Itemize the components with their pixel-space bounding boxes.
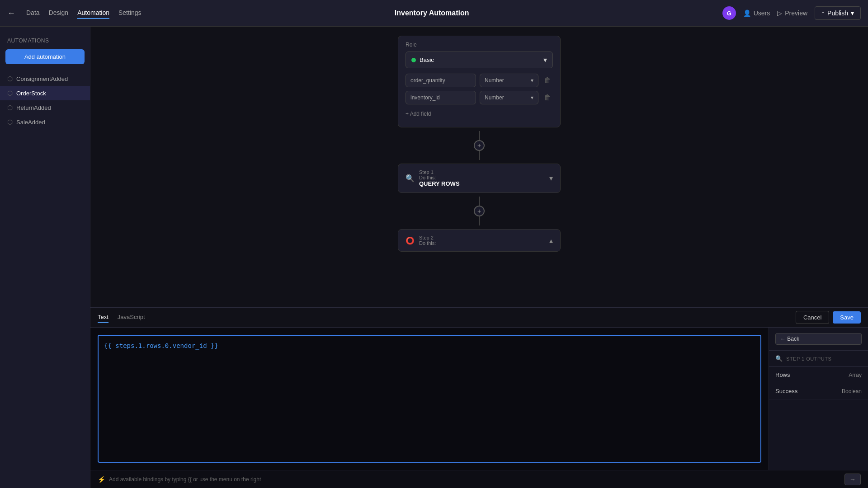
- users-button[interactable]: 👤 Users: [743, 9, 770, 17]
- sidebar-item-returnadded[interactable]: ⬡ ReturnAdded: [0, 100, 90, 115]
- chevron-icon: ▾: [531, 77, 533, 84]
- preview-button[interactable]: ▷ Preview: [777, 9, 807, 17]
- delete-field-0[interactable]: 🗑: [542, 75, 553, 86]
- step1-header[interactable]: 🔍 Step 1 Do this: QUERY ROWS ▾: [398, 164, 560, 192]
- save-button[interactable]: Save: [833, 311, 861, 324]
- bottom-actions: Cancel Save: [796, 311, 861, 324]
- role-dot: [411, 58, 416, 62]
- step1-left: 🔍 Step 1 Do this: QUERY ROWS: [406, 169, 460, 187]
- output-success-name: Success: [775, 388, 797, 394]
- step1-do-this: Do this:: [419, 175, 460, 180]
- bottom-panel: Text JavaScript Cancel Save {{ steps.1.r…: [90, 307, 868, 488]
- add-step-button-2[interactable]: +: [474, 206, 485, 216]
- nav-data[interactable]: Data: [26, 7, 40, 19]
- preview-icon: ▷: [777, 9, 782, 17]
- share-icon-4: ⬡: [7, 118, 13, 126]
- canvas-area: Role Basic ▾ order_quantity Number ▾: [90, 27, 868, 307]
- sidebar-item-consignmentadded[interactable]: ⬡ ConsignmentAdded: [0, 71, 90, 86]
- sidebar: Automations Add automation ⬡ Consignment…: [0, 27, 90, 488]
- connector-line-2b: [479, 216, 480, 225]
- field-type-select-1[interactable]: Number ▾: [480, 91, 538, 104]
- trigger-card: Role Basic ▾ order_quantity Number ▾: [398, 36, 561, 127]
- outputs-header: ← Back: [769, 328, 868, 351]
- content-area: Role Basic ▾ order_quantity Number ▾: [90, 27, 868, 488]
- back-button-outputs[interactable]: ← Back: [775, 333, 862, 345]
- field-name-input-1[interactable]: inventory_id: [406, 91, 476, 104]
- nav-automation[interactable]: Automation: [77, 7, 109, 19]
- bottom-status: ⚡ Add available bindings by typing {{ or…: [90, 470, 868, 488]
- editor-border: {{ steps.1.rows.0.vendor_id }}: [98, 335, 761, 463]
- output-row-rows[interactable]: Rows Array: [769, 367, 868, 383]
- connector-line-2: [479, 197, 480, 206]
- field-type-select-0[interactable]: Number ▾: [480, 74, 538, 87]
- top-nav: ← Data Design Automation Settings Invent…: [0, 0, 868, 27]
- share-icon-2: ⬡: [7, 89, 13, 97]
- role-select-left: Basic: [411, 56, 434, 63]
- delete-field-1[interactable]: 🗑: [542, 92, 553, 103]
- field-row-0: order_quantity Number ▾ 🗑: [406, 74, 553, 87]
- tab-text[interactable]: Text: [98, 312, 108, 323]
- connector-line-1b: [479, 151, 480, 160]
- output-rows-name: Rows: [775, 371, 790, 378]
- add-automation-button[interactable]: Add automation: [5, 49, 85, 64]
- role-text: Basic: [420, 56, 434, 63]
- step2-header[interactable]: ⭕ Step 2 Do this: ▴: [398, 230, 560, 251]
- step2-left: ⭕ Step 2 Do this:: [406, 235, 436, 246]
- step1-meta: Step 1 Do this: QUERY ROWS: [419, 169, 460, 187]
- step2-icon: ⭕: [406, 236, 415, 245]
- chevron-down-icon-role: ▾: [543, 56, 547, 64]
- publish-icon: ↑: [821, 9, 825, 17]
- step2-chevron[interactable]: ▴: [549, 236, 553, 245]
- search-icon: 🔍: [406, 174, 415, 183]
- step1-label: Step 1: [419, 169, 460, 175]
- step1-card: 🔍 Step 1 Do this: QUERY ROWS ▾: [398, 164, 561, 193]
- forward-button[interactable]: →: [844, 474, 861, 485]
- nav-settings[interactable]: Settings: [118, 7, 142, 19]
- add-step-button-1[interactable]: +: [474, 140, 485, 151]
- role-label: Role: [406, 42, 553, 48]
- sidebar-item-saleadded[interactable]: ⬡ SaleAdded: [0, 115, 90, 129]
- output-row-success[interactable]: Success Boolean: [769, 383, 868, 399]
- field-row-1: inventory_id Number ▾ 🗑: [406, 91, 553, 104]
- code-content: {{ steps.1.rows.0.vendor_id }}: [104, 341, 755, 351]
- step1-action: QUERY ROWS: [419, 180, 460, 187]
- users-icon: 👤: [743, 9, 751, 17]
- avatar: G: [722, 6, 736, 20]
- field-name-input-0[interactable]: order_quantity: [406, 74, 476, 87]
- step1-chevron[interactable]: ▾: [549, 174, 553, 183]
- connector-1: +: [474, 127, 485, 164]
- step2-do-this: Do this:: [419, 240, 436, 246]
- editor-area[interactable]: {{ steps.1.rows.0.vendor_id }}: [90, 328, 769, 470]
- back-button[interactable]: ←: [7, 9, 15, 18]
- share-icon: ⬡: [7, 75, 13, 82]
- cancel-button[interactable]: Cancel: [796, 311, 829, 324]
- outputs-search: 🔍 STEP 1 OUTPUTS: [769, 351, 868, 367]
- connector-2: +: [474, 193, 485, 229]
- sidebar-section-title: Automations: [0, 34, 90, 49]
- status-text: Add available bindings by typing {{ or u…: [109, 476, 261, 483]
- nav-right: G 👤 Users ▷ Preview ↑ Publish ▾: [722, 6, 861, 20]
- publish-button[interactable]: ↑ Publish ▾: [815, 6, 861, 20]
- nav-design[interactable]: Design: [49, 7, 69, 19]
- lightning-icon: ⚡: [98, 476, 105, 483]
- output-rows-type: Array: [849, 372, 862, 378]
- sidebar-item-orderstock[interactable]: ⬡ OrderStock: [0, 86, 90, 100]
- search-icon-outputs: 🔍: [775, 355, 783, 362]
- step2-meta: Step 2 Do this:: [419, 235, 436, 246]
- role-section: Role Basic ▾ order_quantity Number ▾: [398, 36, 560, 127]
- editor-outputs: {{ steps.1.rows.0.vendor_id }} ← Back 🔍 …: [90, 328, 868, 470]
- outputs-panel: ← Back 🔍 STEP 1 OUTPUTS Rows Array Succe…: [769, 328, 868, 470]
- outputs-title: STEP 1 OUTPUTS: [786, 356, 831, 361]
- page-title: Inventory Automation: [152, 9, 712, 17]
- output-success-type: Boolean: [842, 388, 862, 394]
- chevron-icon-2: ▾: [531, 94, 533, 101]
- step2-card: ⭕ Step 2 Do this: ▴: [398, 229, 561, 252]
- tab-javascript[interactable]: JavaScript: [118, 312, 145, 323]
- add-field-button[interactable]: + Add field: [406, 108, 553, 120]
- role-select[interactable]: Basic ▾: [406, 52, 553, 68]
- share-icon-3: ⬡: [7, 104, 13, 111]
- connector-line-1: [479, 131, 480, 140]
- bottom-tabs: Text JavaScript Cancel Save: [90, 308, 868, 328]
- step2-label: Step 2: [419, 235, 436, 240]
- nav-links: Data Design Automation Settings: [26, 7, 142, 19]
